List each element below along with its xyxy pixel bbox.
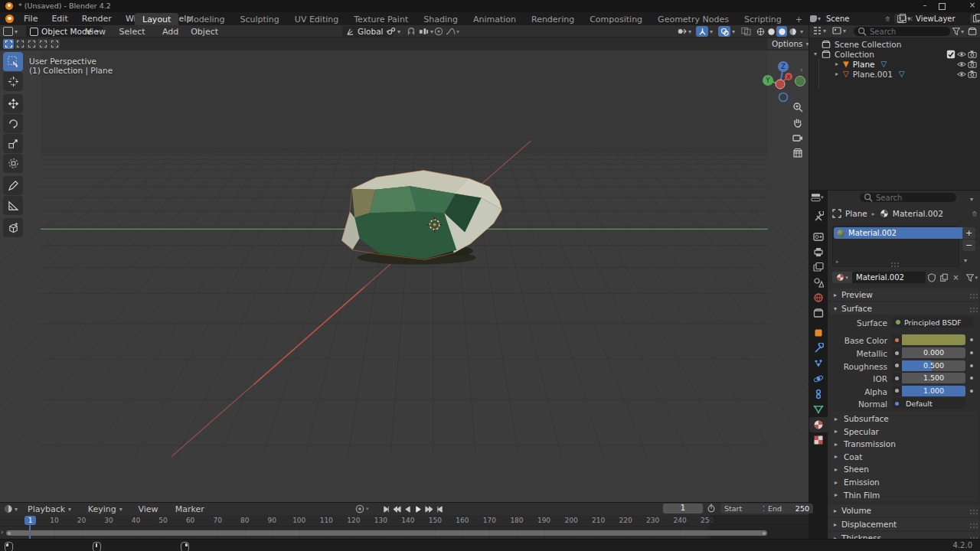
viewport-3d[interactable]: User Perspective(1) Collection | PlaneZY… — [0, 51, 808, 502]
timeline-menu-keying[interactable]: Keying▾ — [88, 504, 122, 514]
chevron-right-icon[interactable]: ▸ — [835, 70, 843, 77]
menu-file[interactable]: File — [17, 14, 44, 24]
toggle-ortho-button[interactable] — [789, 146, 806, 160]
panel-grip[interactable] — [970, 308, 972, 309]
properties-editor-type-button[interactable]: ▾ — [811, 193, 824, 202]
tool-scale-button[interactable] — [3, 134, 23, 153]
jump-to-end-button[interactable] — [434, 504, 445, 514]
scrollbar-handle-left[interactable] — [8, 532, 11, 535]
tab-uv-editing[interactable]: UV Editing — [287, 13, 346, 26]
proportional-editing-toggle[interactable] — [434, 27, 443, 38]
check-toggle[interactable] — [946, 50, 956, 59]
timeline-expand-toggle[interactable]: › — [1, 527, 4, 536]
field-alpha-slider[interactable]: 1.000 — [902, 386, 965, 396]
tab-material[interactable] — [809, 417, 828, 432]
tool-move-button[interactable] — [3, 94, 23, 113]
select-mode-paint-button[interactable] — [49, 39, 60, 49]
panel-grip[interactable] — [970, 510, 972, 511]
tab-modifiers[interactable] — [809, 341, 828, 356]
tab-render[interactable] — [809, 229, 828, 244]
browse-material-button[interactable]: ▾ — [832, 272, 852, 283]
keyframe-dot[interactable] — [970, 351, 973, 354]
field-ior-slider[interactable]: 1.500 — [902, 373, 965, 383]
select-mode-lasso-button[interactable] — [38, 39, 48, 49]
editor-type-button[interactable]: ▾ — [3, 26, 23, 37]
socket-field-metallic[interactable] — [892, 347, 902, 358]
breadcrumb-object[interactable]: Plane — [845, 209, 867, 218]
xray-toggle[interactable] — [741, 27, 751, 36]
snap-toggle[interactable] — [407, 27, 416, 38]
tab-output[interactable] — [809, 244, 828, 259]
socket-field-alpha[interactable] — [892, 386, 902, 396]
sidebar-toggle[interactable]: ‹ — [800, 66, 803, 73]
surface-shader-field[interactable]: Principled BSDF — [892, 317, 973, 328]
tab-collection[interactable] — [809, 305, 828, 321]
tab-shading[interactable]: Shading — [416, 13, 466, 26]
eye-toggle[interactable] — [956, 60, 967, 69]
keyframe-dot[interactable] — [970, 377, 973, 380]
field-metallic-slider[interactable]: 0.000 — [902, 347, 965, 358]
outliner-filter-button[interactable]: ▾ — [952, 27, 964, 36]
overlays-toggle[interactable]: ▾ — [718, 26, 735, 37]
tool-rotate-button[interactable] — [3, 114, 23, 133]
fake-user-button[interactable] — [926, 272, 938, 283]
shading-wireframe-button[interactable] — [755, 26, 766, 37]
jump-to-next-keyframe-button[interactable] — [423, 504, 434, 514]
maximize-button[interactable] — [939, 3, 946, 10]
properties-search-input[interactable]: Search — [860, 193, 956, 202]
gizmos-toggle[interactable]: ▾ — [696, 26, 713, 37]
tool-transform-button[interactable] — [3, 154, 23, 173]
shading-solid-button[interactable] — [766, 26, 776, 37]
select-mode-circle-button[interactable] — [26, 39, 37, 49]
viewlayer-name[interactable]: ViewLayer — [916, 15, 956, 23]
camera-toggle[interactable] — [967, 70, 978, 79]
properties-options-dropdown[interactable]: ▾ — [970, 194, 973, 204]
panel-grip[interactable] — [970, 294, 972, 295]
material-name-field[interactable]: Material.002 — [852, 272, 926, 283]
close-button[interactable]: × — [963, 1, 980, 11]
camera-toggle[interactable] — [967, 50, 978, 59]
camera-view-button[interactable] — [789, 131, 806, 145]
add-workspace-button[interactable]: + — [789, 13, 808, 26]
add-slot-button[interactable]: + — [962, 227, 975, 239]
remove-slot-button[interactable]: − — [962, 240, 975, 251]
subpanel-specular[interactable]: ▸Specular — [835, 425, 972, 438]
breadcrumb-material[interactable]: Material.002 — [893, 209, 943, 218]
play-button[interactable] — [413, 504, 423, 514]
tab-rendering[interactable]: Rendering — [524, 13, 582, 26]
chevron-right-icon[interactable]: ▸ — [835, 60, 843, 67]
shading-rendered-button[interactable] — [787, 26, 798, 37]
tab-geometry-nodes[interactable]: Geometry Nodes — [650, 13, 737, 26]
tool-select-box-button[interactable] — [3, 52, 23, 71]
tab-sculpting[interactable]: Sculpting — [232, 13, 286, 26]
pin-icon[interactable]: ⤊ — [884, 15, 890, 23]
zoom-in-button[interactable] — [789, 100, 806, 114]
timeline-scrollbar[interactable] — [6, 530, 767, 536]
viewport-menu-view[interactable]: View — [86, 27, 106, 37]
tool-measure-button[interactable] — [3, 196, 23, 215]
outliner-row-collection[interactable]: ▾Collection — [809, 49, 980, 59]
tab-scene[interactable] — [809, 275, 828, 290]
scene-name[interactable]: Scene — [826, 15, 884, 23]
tab-object[interactable] — [809, 325, 828, 341]
viewlayer-copy-icon[interactable] — [970, 14, 980, 24]
outliner-search-input[interactable]: Search — [854, 27, 950, 36]
list-grip[interactable] — [891, 262, 893, 264]
snap-with-button[interactable]: ▾ — [419, 26, 433, 37]
keyframe-dot[interactable] — [970, 338, 973, 341]
subpanel-coat[interactable]: ▸Coat — [835, 451, 972, 463]
unlink-material-button[interactable]: × — [950, 272, 961, 283]
tab-modeling[interactable]: Modeling — [178, 13, 232, 26]
timeline-ruler[interactable]: 1020304050607080901001101201301401501601… — [0, 515, 808, 539]
new-collection-button[interactable] — [968, 27, 977, 38]
select-mode-tweak-button[interactable] — [3, 39, 14, 49]
scrollbar-handle-right[interactable] — [763, 532, 766, 535]
options-dropdown[interactable]: Options▾ — [767, 38, 814, 49]
socket-field-normal[interactable] — [892, 398, 902, 409]
tab-animation[interactable]: Animation — [466, 13, 524, 26]
panel-preview[interactable]: ▸Preview — [828, 289, 979, 301]
field-normal-menu[interactable]: Default — [902, 398, 965, 409]
current-frame-field[interactable]: 1 — [663, 504, 703, 514]
viewport-menu-select[interactable]: Select — [119, 27, 145, 37]
timeline-menu-playback[interactable]: Playback▾ — [28, 504, 71, 514]
